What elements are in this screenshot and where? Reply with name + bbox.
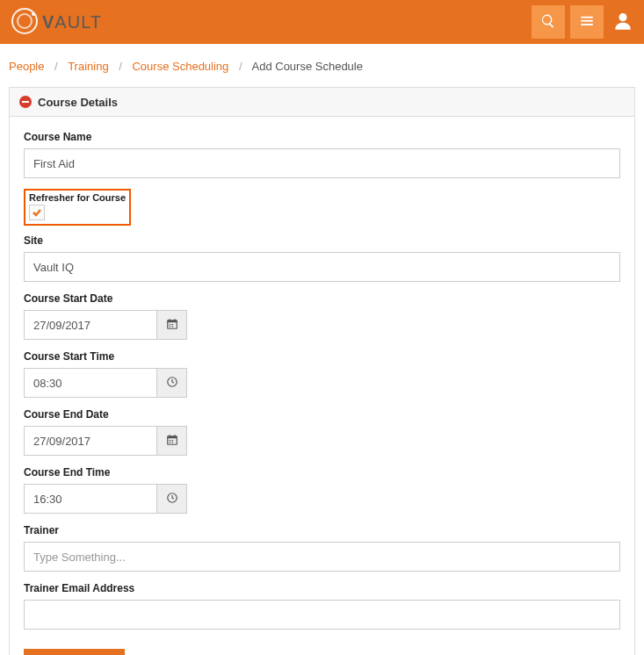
panel-header[interactable]: Course Details: [10, 88, 634, 117]
start-time-label: Course Start Time: [24, 350, 620, 363]
collapse-icon: [18, 95, 33, 109]
svg-point-2: [32, 12, 35, 16]
user-icon: [611, 10, 634, 35]
svg-rect-25: [171, 442, 173, 443]
svg-rect-11: [169, 319, 170, 321]
course-name-label: Course Name: [24, 131, 620, 143]
brand-logo: VVAULTAULT: [9, 5, 102, 40]
app-scroll[interactable]: VVAULTAULT People / Training /: [0, 0, 644, 655]
trainer-label: Trainer: [24, 524, 620, 536]
svg-rect-4: [581, 19, 593, 21]
svg-rect-13: [169, 324, 170, 325]
svg-rect-10: [167, 320, 177, 321]
svg-point-1: [18, 14, 32, 28]
menu-icon: [579, 13, 595, 32]
svg-rect-20: [169, 435, 170, 437]
svg-rect-22: [169, 440, 170, 441]
menu-button[interactable]: [570, 5, 604, 39]
breadcrumb-sep: /: [239, 60, 242, 73]
search-button[interactable]: [532, 5, 565, 39]
end-date-label: Course End Date: [24, 408, 620, 421]
course-name-input[interactable]: [24, 148, 620, 178]
calendar-icon: [166, 434, 178, 449]
panel-title: Course Details: [38, 96, 118, 109]
svg-point-6: [619, 13, 626, 21]
svg-rect-8: [22, 101, 29, 103]
trainer-group: Trainer: [24, 524, 620, 572]
end-date-input[interactable]: [24, 426, 157, 456]
brand-name: VVAULTAULT: [42, 12, 102, 32]
end-date-picker-button[interactable]: [157, 426, 187, 456]
breadcrumb-sep: /: [119, 60, 122, 73]
svg-rect-14: [171, 324, 173, 325]
search-icon: [540, 13, 556, 32]
trainer-email-label: Trainer Email Address: [24, 582, 620, 594]
trainer-input[interactable]: [24, 542, 620, 572]
logo-icon: [9, 5, 40, 40]
start-date-input[interactable]: [24, 310, 157, 340]
calendar-icon: [166, 318, 178, 333]
end-time-picker-button[interactable]: [157, 484, 187, 514]
course-details-panel: Course Details Course Name Refresher for…: [9, 87, 635, 655]
end-time-label: Course End Time: [24, 466, 620, 479]
start-time-group: Course Start Time: [24, 350, 620, 398]
course-name-group: Course Name: [24, 131, 620, 178]
end-date-group: Course End Date: [24, 408, 620, 456]
breadcrumb-people[interactable]: People: [9, 60, 44, 73]
svg-rect-19: [167, 435, 177, 437]
start-date-label: Course Start Date: [24, 292, 620, 305]
start-date-picker-button[interactable]: [157, 310, 187, 340]
breadcrumb: People / Training / Course Scheduling / …: [0, 44, 644, 87]
site-group: Site: [24, 234, 620, 282]
site-label: Site: [24, 234, 620, 247]
app-header: VVAULTAULT: [0, 0, 644, 44]
panel-body: Course Name Refresher for Course Site Co…: [10, 117, 634, 655]
start-time-picker-button[interactable]: [157, 368, 187, 398]
svg-rect-15: [169, 326, 170, 327]
notify-trainer-button[interactable]: Notify Trainer: [24, 649, 125, 655]
clock-icon: [166, 376, 178, 391]
refresher-label: Refresher for Course: [29, 192, 126, 203]
user-menu-button[interactable]: [611, 10, 635, 34]
start-date-group: Course Start Date: [24, 292, 620, 340]
breadcrumb-sep: /: [54, 60, 58, 73]
start-time-input[interactable]: [24, 368, 157, 398]
svg-rect-12: [174, 319, 175, 321]
clock-icon: [166, 492, 178, 507]
svg-rect-23: [171, 440, 173, 441]
header-actions: [532, 5, 635, 39]
trainer-email-input[interactable]: [24, 600, 620, 630]
svg-rect-16: [171, 326, 173, 327]
breadcrumb-course-scheduling[interactable]: Course Scheduling: [132, 60, 228, 73]
refresher-checkbox[interactable]: [29, 205, 45, 220]
site-input[interactable]: [24, 252, 620, 282]
trainer-email-group: Trainer Email Address: [24, 582, 620, 630]
end-time-group: Course End Time: [24, 466, 620, 514]
end-time-input[interactable]: [24, 484, 157, 514]
svg-rect-24: [169, 442, 170, 443]
svg-rect-5: [581, 24, 593, 25]
breadcrumb-current: Add Course Schedule: [252, 60, 363, 73]
svg-rect-3: [581, 16, 593, 18]
refresher-highlight: Refresher for Course: [24, 189, 131, 226]
svg-rect-21: [174, 435, 175, 437]
breadcrumb-training[interactable]: Training: [68, 60, 108, 73]
